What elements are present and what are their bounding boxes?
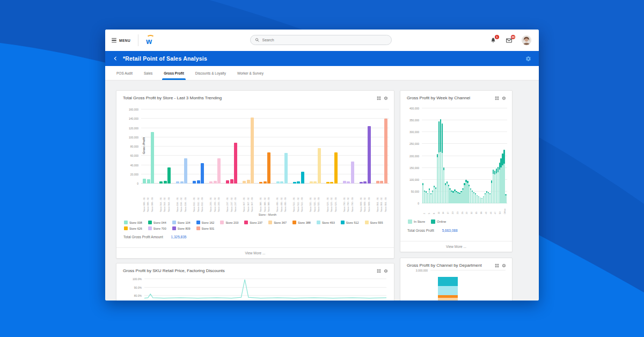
gear-icon: [525, 56, 531, 62]
notifications-button[interactable]: 1: [490, 37, 496, 43]
total-label: Total Gross Profit: [407, 229, 434, 232]
x-tick-label: 44: [490, 205, 492, 214]
legend-swatch: [365, 221, 369, 224]
store-plot: Gross Profit 020,00040,00060,00080,00010…: [141, 109, 389, 184]
bar-store-104: [184, 158, 187, 184]
x-tick-label: 29: [466, 205, 468, 214]
tab-discounts-loyalty[interactable]: Discounts & Loyalty: [195, 66, 226, 80]
bar-group: [159, 167, 171, 184]
bar-group: [376, 119, 387, 184]
dashboard-content: Total Gross Profit by Store - Last 3 Mon…: [105, 80, 539, 301]
legend-item: Store 008: [124, 221, 142, 224]
top-bar: MENU w 1 33: [105, 30, 539, 51]
legend-item: Store 512: [341, 221, 359, 224]
bar-store-626: [330, 182, 333, 184]
x-tick-label: Store 388 - 03: [268, 185, 270, 212]
x-tick-label: Store 388 - 01: [260, 185, 262, 212]
store-bars: [141, 109, 389, 184]
card-actions-button[interactable]: [377, 269, 381, 273]
legend-label: In Store: [414, 220, 425, 223]
card-sku-price: Gross Profit by SKU Retail Price, Factor…: [116, 263, 394, 301]
x-tick-label: 26: [462, 205, 464, 214]
x-tick-label: Store 493 - 02: [281, 185, 283, 212]
legend-swatch: [172, 226, 176, 230]
y-tick-label: 90.0%: [134, 286, 142, 289]
card-actions-button[interactable]: [377, 96, 381, 100]
search-bar[interactable]: [250, 35, 392, 45]
bar-store-367: [251, 118, 254, 184]
gear-icon: [502, 263, 506, 268]
bar-store-809: [363, 181, 367, 184]
gear-icon: [502, 96, 506, 100]
legend-item: Store 162: [196, 221, 215, 224]
tab-worker-survey[interactable]: Worker & Survey: [237, 66, 264, 80]
week-total: Total Gross Profit 5,663,088: [407, 229, 506, 232]
legend-item: Store 388: [292, 221, 311, 224]
hamburger-icon: [112, 38, 116, 43]
card-actions-button[interactable]: [495, 96, 499, 100]
card-settings-button[interactable]: [502, 263, 506, 268]
x-tick-label: Store 237 - 02: [231, 185, 233, 212]
y-tick-label: 80,000: [130, 145, 138, 148]
bar-store-700: [343, 181, 346, 184]
bar-group: [276, 153, 288, 184]
tab-gross-profit[interactable]: Gross Profit: [163, 66, 185, 80]
x-tick-label: 32: [471, 205, 473, 214]
x-tick-label: Other: [504, 205, 506, 214]
page-header: *Retail Point of Sales Analysis: [105, 51, 539, 66]
page-background: MENU w 1 33: [0, 0, 644, 337]
menu-button[interactable]: MENU: [112, 38, 130, 43]
bar-store-203: [214, 181, 217, 184]
legend-swatch: [124, 221, 128, 224]
x-tick-label: Store 931 - 03: [385, 185, 387, 212]
legend-label: Store 493: [322, 221, 335, 224]
sku-line: [144, 279, 386, 301]
view-more-button[interactable]: View More ...: [400, 241, 512, 252]
bar-store-162: [197, 180, 200, 184]
bar-segment-in-store: [505, 195, 506, 203]
x-tick-label: Store 555 - 02: [314, 185, 316, 212]
bar-store-809: [360, 182, 363, 184]
grid-icon: [495, 263, 499, 268]
view-more-button[interactable]: View More ...: [116, 247, 394, 258]
back-button[interactable]: [113, 56, 118, 61]
legend-item: Store 700: [148, 226, 166, 230]
legend-swatch: [317, 221, 320, 224]
y-tick-label: 0: [137, 182, 138, 185]
dept-plot: 3,500,0003,000,000: [430, 274, 506, 301]
bar-store-493: [280, 181, 283, 184]
x-tick-label: Store 809 - 03: [368, 185, 370, 212]
card-settings-button[interactable]: [502, 96, 506, 100]
x-axis-title: Store - Month: [141, 213, 394, 216]
dashboard-settings-button[interactable]: [525, 56, 531, 62]
inbox-button[interactable]: 33: [506, 37, 513, 44]
store-total: Total Gross Profit Amount 1,325,835: [123, 235, 387, 239]
tab-sales[interactable]: Sales: [143, 66, 153, 80]
legend-swatch: [172, 221, 176, 224]
x-tick-label: 50: [499, 205, 501, 214]
card-settings-button[interactable]: [384, 269, 388, 273]
total-value-link[interactable]: 1,325,835: [171, 235, 187, 239]
workday-logo[interactable]: w: [146, 35, 152, 45]
x-tick-label: Store 008 - 01: [143, 185, 145, 212]
legend-label: Store 700: [153, 227, 166, 230]
legend-swatch: [196, 221, 200, 224]
total-value-link[interactable]: 5,663,088: [442, 229, 458, 232]
legend-label: Store 162: [202, 221, 215, 224]
week-legend: In StoreOnline: [408, 219, 506, 224]
tab-bar: POS AuditSalesGross ProfitDiscounts & Lo…: [105, 66, 539, 80]
x-tick-label: Store 809 - 02: [364, 185, 366, 212]
bar-store-388: [267, 152, 270, 184]
tab-pos-audit[interactable]: POS Audit: [116, 66, 133, 80]
bar-group: [193, 163, 204, 184]
x-tick-label: Store 512 - 01: [293, 185, 295, 212]
profile-avatar[interactable]: [522, 35, 531, 45]
card-settings-button[interactable]: [384, 96, 388, 100]
legend-label: Store 512: [346, 221, 359, 224]
search-input[interactable]: [262, 38, 387, 42]
x-tick-label: Store 700 - 02: [347, 185, 349, 212]
legend-label: Online: [437, 220, 446, 223]
card-actions-button[interactable]: [495, 263, 499, 268]
bar-store-555: [310, 181, 313, 184]
bar-store-931: [380, 181, 383, 184]
